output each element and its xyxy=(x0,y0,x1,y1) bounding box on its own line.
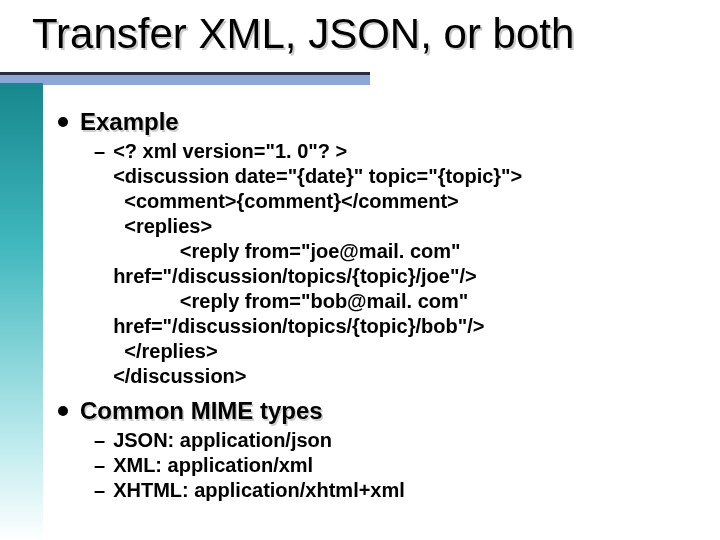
bullet-example: Example xyxy=(58,108,698,137)
example-code-block: – <? xml version="1. 0"? > <discussion d… xyxy=(94,139,698,389)
dash-icon: – xyxy=(94,428,105,453)
mime-item-xhtml: – XHTML: application/xhtml+xml xyxy=(94,478,698,503)
left-accent-bar xyxy=(0,83,43,540)
slide-body: Example – <? xml version="1. 0"? > <disc… xyxy=(58,108,698,503)
slide-title: Transfer XML, JSON, or both xyxy=(32,10,574,58)
mime-item-json: – JSON: application/json xyxy=(94,428,698,453)
example-xml: <? xml version="1. 0"? > <discussion dat… xyxy=(113,139,522,389)
mime-json-text: JSON: application/json xyxy=(113,428,332,453)
mime-xml-text: XML: application/xml xyxy=(113,453,313,478)
dash-icon: – xyxy=(94,478,105,503)
bullet-dot-icon xyxy=(58,117,68,127)
bullet-mime: Common MIME types xyxy=(58,397,698,426)
slide: Transfer XML, JSON, or both Example – <?… xyxy=(0,0,720,540)
mime-xhtml-text: XHTML: application/xhtml+xml xyxy=(113,478,405,503)
title-rule-thick xyxy=(0,75,370,85)
dash-icon: – xyxy=(94,139,105,164)
example-heading: Example xyxy=(80,108,179,137)
bullet-dot-icon xyxy=(58,406,68,416)
dash-icon: – xyxy=(94,453,105,478)
mime-item-xml: – XML: application/xml xyxy=(94,453,698,478)
mime-heading: Common MIME types xyxy=(80,397,323,426)
